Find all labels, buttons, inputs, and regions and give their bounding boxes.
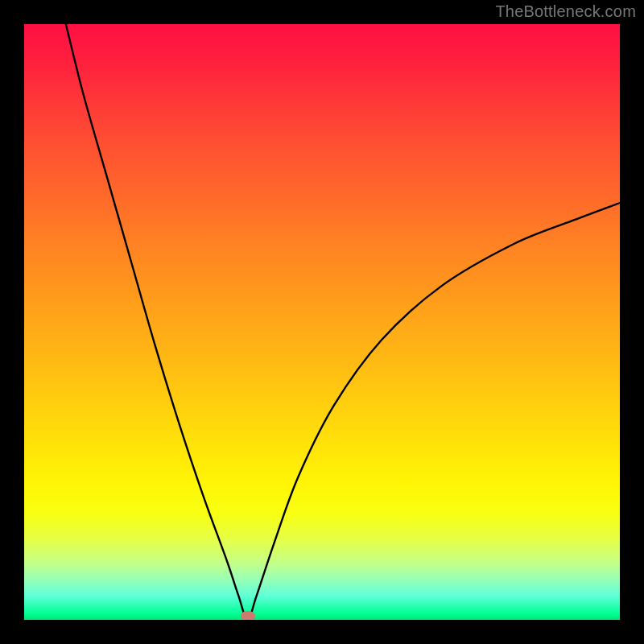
optimum-marker (241, 611, 255, 620)
plot-area (24, 24, 620, 620)
watermark-text: TheBottleneck.com (495, 2, 636, 21)
curve-path (66, 24, 620, 620)
chart-frame: TheBottleneck.com (0, 0, 644, 644)
bottleneck-curve (24, 24, 620, 620)
